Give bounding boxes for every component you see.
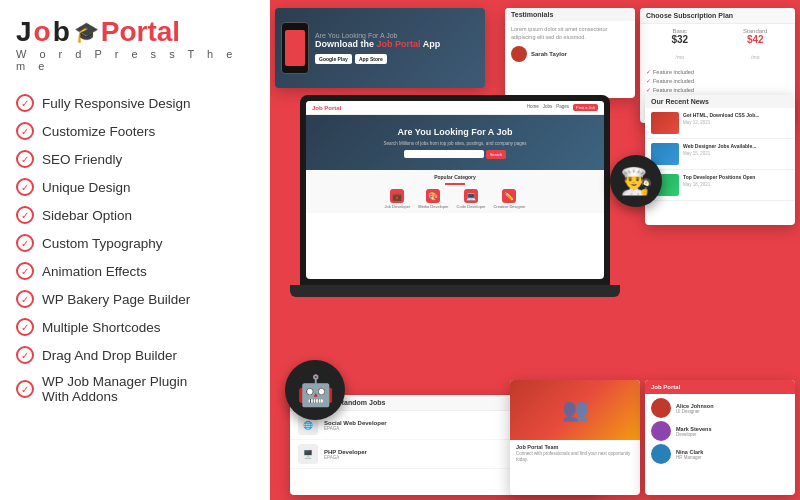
pricing-feature-1: Feature included — [646, 67, 789, 76]
feature-item-wpjob: ✓ WP Job Manager PluginWith Addons — [16, 370, 254, 408]
person-info-3: Nina Clark HR Manager — [676, 449, 789, 460]
check-icon-shortcodes: ✓ — [16, 318, 34, 336]
plan-period-standard: /mo — [751, 54, 759, 60]
logo-title: Job 🎓 Portal — [16, 18, 254, 46]
screenshot-testimonial: Testimonials Lorem ipsum dolor sit amet … — [505, 8, 635, 98]
feature-text-dragdrop: Drag And Drop Builder — [42, 348, 177, 363]
check-icon-responsive: ✓ — [16, 94, 34, 112]
robot-icon: 🤖 — [285, 360, 345, 420]
mockup-container: Are You Looking For A Job Download the J… — [270, 0, 800, 500]
hero-search: Search — [404, 150, 507, 159]
news-text-3: Top Developer Positions Open May 18, 202… — [683, 174, 789, 196]
feature-item-animation: ✓ Animation Effects — [16, 258, 254, 284]
laptop-screen: Job Portal Home Jobs Pages Post a Job Ar… — [306, 101, 604, 279]
pricing-header: Choose Subscription Plan — [640, 8, 795, 24]
check-icon-dragdrop: ✓ — [16, 346, 34, 364]
job-info-1: Social Web Developer EPAGA — [324, 420, 507, 431]
feature-item-dragdrop: ✓ Drag And Drop Builder — [16, 342, 254, 368]
chef-emoji: 👨‍🍳 — [620, 166, 652, 197]
news-date-1: May 12, 2021 — [683, 120, 789, 125]
job-logo-2: 🖥️ — [298, 444, 318, 464]
news-item-3: Top Developer Positions Open May 18, 202… — [645, 170, 795, 201]
left-panel: Job 🎓 Portal W o r d P r e s s T h e m e… — [0, 0, 270, 500]
feature-item-seo: ✓ SEO Friendly — [16, 146, 254, 172]
plan-period-basic: /mo — [676, 54, 684, 60]
person-avatar-1 — [651, 398, 671, 418]
portal-header: Job Portal — [645, 380, 795, 394]
robot-emoji: 🤖 — [297, 373, 334, 408]
feature-item-bakery: ✓ WP Bakery Page Builder — [16, 286, 254, 312]
cat-item-creative: ✏️ Creative Designer — [493, 189, 525, 209]
feature-item-footers: ✓ Customize Footers — [16, 118, 254, 144]
job-info-2: PHP Developer EPAGA — [324, 449, 506, 460]
laptop-base — [290, 285, 620, 297]
check-icon-animation: ✓ — [16, 262, 34, 280]
hero-search-btn[interactable]: Search — [486, 150, 507, 159]
feature-text-unique: Unique Design — [42, 180, 131, 195]
feature-text-seo: SEO Friendly — [42, 152, 122, 167]
testimonial-body: Lorem ipsum dolor sit amet consectetur a… — [505, 21, 635, 66]
pricing-col-basic: Basic $32 /mo — [644, 28, 716, 63]
news-title-1: Get HTML, Download CSS Job... — [683, 112, 789, 119]
screenshot-people: 👥 Job Portal Team Connect with professio… — [510, 380, 640, 495]
hero-title: Are You Looking For A Job — [397, 127, 512, 137]
store-buttons: Google Play App Store — [315, 54, 440, 64]
person-role-2: Developer — [676, 432, 789, 437]
testimonial-text: Lorem ipsum dolor sit amet consectetur a… — [511, 25, 629, 42]
people-placeholder-icon: 👥 — [562, 397, 589, 423]
hero-subtitle: Search Millions of jobs from top job sit… — [384, 141, 527, 146]
cat-item-media: 🎨 Media Developer — [418, 189, 448, 209]
feature-item-shortcodes: ✓ Multiple Shortcodes — [16, 314, 254, 340]
cat-icon-code: 💻 — [464, 189, 478, 203]
chef-hat-icon: 👨‍🍳 — [610, 155, 662, 207]
portal-person-2: Mark Stevens Developer — [651, 421, 789, 441]
job-company-1: EPAGA — [324, 426, 507, 431]
cat-divider — [445, 183, 465, 185]
check-icon-wpjob: ✓ — [16, 380, 34, 398]
feature-text-sidebar: Sidebar Option — [42, 208, 132, 223]
phone-mockup-icon — [281, 22, 309, 74]
screenshot-news: Our Recent News Get HTML, Download CSS J… — [645, 95, 795, 225]
feature-text-animation: Animation Effects — [42, 264, 147, 279]
nav-btn-post[interactable]: Post a Job — [573, 104, 598, 111]
app-store-btn[interactable]: App Store — [355, 54, 387, 64]
website-nav: Job Portal Home Jobs Pages Post a Job — [306, 101, 604, 115]
news-item-1: Get HTML, Download CSS Job... May 12, 20… — [645, 108, 795, 139]
cat-icon-media: 🎨 — [426, 189, 440, 203]
nav-link-pages: Pages — [556, 104, 569, 111]
testimonial-header: Testimonials — [505, 8, 635, 21]
person-role-3: HR Manager — [676, 455, 789, 460]
person-info-2: Mark Stevens Developer — [676, 426, 789, 437]
cat-icon-creative: ✏️ — [502, 189, 516, 203]
cat-label-media: Media Developer — [418, 204, 448, 209]
hero-search-field[interactable] — [404, 150, 484, 158]
site-logo-small: Job Portal — [312, 105, 341, 111]
google-play-btn[interactable]: Google Play — [315, 54, 352, 64]
screenshot-app: Are You Looking For A Job Download the J… — [275, 8, 485, 88]
person-info-1: Alice Johnson UI Designer — [676, 403, 789, 414]
cat-label-job: Job Developer — [385, 204, 411, 209]
feature-item-sidebar: ✓ Sidebar Option — [16, 202, 254, 228]
job-company-2: EPAGA — [324, 455, 506, 460]
app-main-tag: Download the Job Portal App — [315, 39, 440, 51]
feature-item-typography: ✓ Custom Typography — [16, 230, 254, 256]
feature-text-shortcodes: Multiple Shortcodes — [42, 320, 161, 335]
check-icon-sidebar: ✓ — [16, 206, 34, 224]
hero-section: Are You Looking For A Job Search Million… — [306, 115, 604, 170]
feature-text-responsive: Fully Responsive Design — [42, 96, 191, 111]
news-header: Our Recent News — [645, 95, 795, 108]
news-item-2: Web Designer Jobs Available... May 15, 2… — [645, 139, 795, 170]
check-icon-seo: ✓ — [16, 150, 34, 168]
cat-icon-job: 💼 — [390, 189, 404, 203]
portal-person-3: Nina Clark HR Manager — [651, 444, 789, 464]
logo-area: Job 🎓 Portal W o r d P r e s s T h e m e — [16, 18, 254, 72]
portal-body: Alice Johnson UI Designer Mark Stevens D… — [645, 394, 795, 468]
cat-item-job: 💼 Job Developer — [385, 189, 411, 209]
plan-price-standard: $42 — [720, 34, 792, 45]
pricing-cols: Basic $32 /mo Standard $42 /mo — [640, 24, 795, 67]
check-icon-bakery: ✓ — [16, 290, 34, 308]
feature-text-typography: Custom Typography — [42, 236, 163, 251]
cat-label-code: Code Developer — [457, 204, 486, 209]
app-text: Are You Looking For A Job Download the J… — [315, 32, 440, 65]
person-avatar-3 — [651, 444, 671, 464]
